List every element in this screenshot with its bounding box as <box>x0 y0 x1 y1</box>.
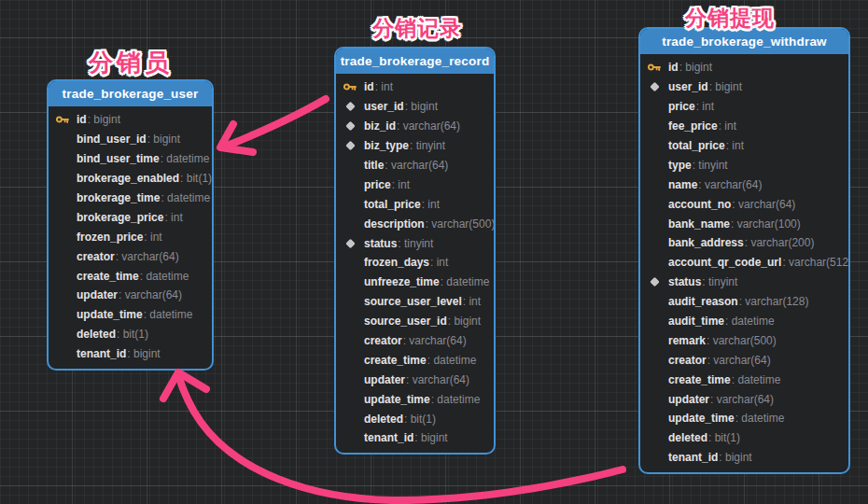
column-name: status <box>668 275 701 288</box>
column-updater[interactable]: updater: varchar(64) <box>640 389 848 409</box>
column-name[interactable]: name: varchar(64) <box>640 175 848 194</box>
column-brokerage_enabled[interactable]: brokerage_enabled: bit(1) <box>49 169 212 189</box>
column-id[interactable]: id: bigint <box>49 110 212 130</box>
table-trade-brokerage-record[interactable]: trade_brokerage_record id: intuser_id: b… <box>334 47 496 455</box>
column-price[interactable]: price: int <box>640 97 848 117</box>
column-description[interactable]: description: varchar(500) <box>336 214 494 233</box>
index-diamond-icon <box>343 140 364 151</box>
column-unfreeze_time[interactable]: unfreeze_time: datetime <box>336 273 494 292</box>
column-name: biz_type <box>364 139 409 152</box>
table-trade-brokerage-user[interactable]: trade_brokerage_user id: bigintbind_user… <box>47 79 214 371</box>
column-tenant_id[interactable]: tenant_id: bigint <box>640 448 848 468</box>
column-type: : int <box>719 119 736 133</box>
table-trade-brokerage-withdraw[interactable]: trade_brokerage_withdraw id: bigintuser_… <box>638 27 850 474</box>
column-type: : bigint <box>147 133 180 146</box>
column-source_user_level[interactable]: source_user_level: int <box>336 292 494 312</box>
column-total_price[interactable]: total_price: int <box>640 136 848 156</box>
column-total_price[interactable]: total_price: int <box>336 194 494 214</box>
column-create_time[interactable]: create_time: datetime <box>49 266 212 286</box>
column-name: frozen_days <box>364 256 429 269</box>
column-create_time[interactable]: create_time: datetime <box>640 370 848 389</box>
column-user_id[interactable]: user_id: bigint <box>640 77 848 97</box>
column-creator[interactable]: creator: varchar(64) <box>336 331 494 351</box>
column-name: type <box>668 159 692 172</box>
column-type: : bigint <box>127 347 160 360</box>
column-updater[interactable]: updater: varchar(64) <box>49 286 212 305</box>
column-deleted[interactable]: deleted: bit(1) <box>640 428 848 448</box>
column-name: bank_name <box>668 217 730 231</box>
column-type: : varchar(200) <box>745 236 815 249</box>
column-name: deleted <box>668 431 707 444</box>
column-name: biz_id <box>364 119 396 133</box>
column-type: : bigint <box>679 61 712 74</box>
column-name: bind_user_time <box>77 152 160 165</box>
index-diamond-icon <box>343 101 364 112</box>
table-body: id: bigintbind_user_id: bigintbind_user_… <box>49 106 212 369</box>
column-name: unfreeze_time <box>364 275 440 288</box>
column-brokerage_price[interactable]: brokerage_price: int <box>49 207 212 227</box>
column-name: update_time <box>668 412 735 425</box>
column-bank_address[interactable]: bank_address: varchar(200) <box>640 233 848 253</box>
column-account_no[interactable]: account_no: varchar(64) <box>640 194 848 214</box>
column-update_time[interactable]: update_time: datetime <box>640 409 848 428</box>
column-price[interactable]: price: int <box>336 175 494 194</box>
column-name: total_price <box>668 139 725 152</box>
column-id[interactable]: id: bigint <box>640 58 848 77</box>
column-updater[interactable]: updater: varchar(64) <box>336 370 494 389</box>
column-audit_reason[interactable]: audit_reason: varchar(128) <box>640 292 848 312</box>
column-remark[interactable]: remark: varchar(500) <box>640 330 848 350</box>
column-brokerage_time[interactable]: brokerage_time: datetime <box>49 189 212 208</box>
column-name: id <box>668 61 679 74</box>
column-tenant_id[interactable]: tenant_id: bigint <box>49 344 212 364</box>
index-diamond-icon <box>343 238 364 249</box>
column-name: account_no <box>668 198 731 211</box>
column-fee_price[interactable]: fee_price: int <box>640 117 848 136</box>
primary-key-icon <box>56 114 77 125</box>
column-source_user_id[interactable]: source_user_id: bigint <box>336 312 494 331</box>
table-header-trade-brokerage-user[interactable]: trade_brokerage_user <box>48 80 213 106</box>
table-header-trade-brokerage-record[interactable]: trade_brokerage_record <box>335 48 495 74</box>
column-frozen_days[interactable]: frozen_days: int <box>336 253 494 273</box>
column-update_time[interactable]: update_time: datetime <box>49 305 212 325</box>
column-type: : int <box>392 178 410 191</box>
column-status[interactable]: status: tinyint <box>336 233 494 253</box>
column-tenant_id[interactable]: tenant_id: bigint <box>336 428 494 448</box>
annotation-label-user: 分销员 <box>89 47 173 79</box>
column-name: id <box>77 113 87 126</box>
column-deleted[interactable]: deleted: bit(1) <box>49 325 212 344</box>
column-bind_user_time[interactable]: bind_user_time: datetime <box>49 149 212 169</box>
column-id[interactable]: id: int <box>336 77 494 97</box>
column-type: : bit(1) <box>180 172 212 185</box>
primary-key-icon <box>343 81 364 92</box>
column-type: : varchar(500) <box>426 217 496 231</box>
column-biz_type[interactable]: biz_type: tinyint <box>336 136 494 156</box>
column-title[interactable]: title: varchar(64) <box>336 156 494 175</box>
column-name: fee_price <box>668 119 718 133</box>
column-update_time[interactable]: update_time: datetime <box>336 389 494 409</box>
column-type: : varchar(64) <box>119 288 182 301</box>
column-bank_name[interactable]: bank_name: varchar(100) <box>640 214 848 233</box>
column-name: frozen_price <box>77 231 143 244</box>
column-create_time[interactable]: create_time: datetime <box>336 350 494 370</box>
column-bind_user_id[interactable]: bind_user_id: bigint <box>49 130 212 149</box>
column-type: : bigint <box>88 113 120 126</box>
column-name: source_user_level <box>364 295 462 308</box>
column-audit_time[interactable]: audit_time: datetime <box>640 312 848 331</box>
column-user_id[interactable]: user_id: bigint <box>336 97 494 117</box>
column-frozen_price[interactable]: frozen_price: int <box>49 227 212 246</box>
column-type: : int <box>164 211 182 224</box>
column-name: updater <box>364 373 405 386</box>
column-type: : int <box>430 256 448 269</box>
column-type: : varchar(512) <box>782 256 850 269</box>
column-name: tenant_id <box>364 431 413 444</box>
column-type: : bigint <box>709 80 742 93</box>
column-name: create_time <box>364 354 427 367</box>
column-status[interactable]: status: tinyint <box>640 273 848 292</box>
column-biz_id[interactable]: biz_id: varchar(64) <box>336 117 494 136</box>
column-creator[interactable]: creator: varchar(64) <box>49 246 212 266</box>
column-deleted[interactable]: deleted: bit(1) <box>336 409 494 428</box>
column-creator[interactable]: creator: varchar(64) <box>640 350 848 370</box>
column-type[interactable]: type: tinyint <box>640 155 848 175</box>
column-account_qr_code_url[interactable]: account_qr_code_url: varchar(512) <box>640 253 848 273</box>
column-name: bank_address <box>668 236 744 249</box>
